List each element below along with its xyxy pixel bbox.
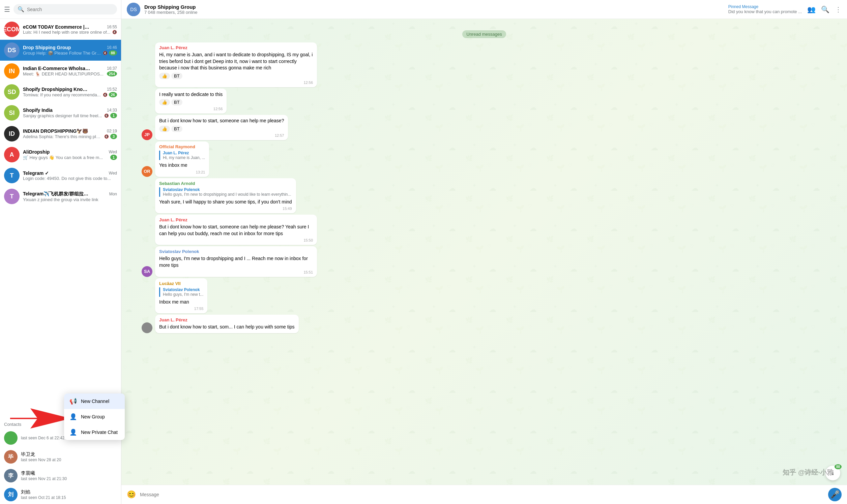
contact-status: last seen Oct 21 at 18:15 bbox=[21, 495, 66, 500]
message-text: Inbox me man bbox=[159, 299, 203, 306]
pinned-message[interactable]: Pinned Message Did you know that you can… bbox=[728, 4, 802, 14]
message-reply: Juan L. PérezHi, my name is Juan, ... bbox=[159, 150, 205, 160]
reaction[interactable]: 👍 bbox=[159, 73, 170, 79]
reply-sender-name: Sviatoslav Polenok bbox=[163, 287, 203, 292]
contact-item[interactable]: 刘刘焰last seen Oct 21 at 18:15 bbox=[0, 485, 121, 504]
chat-list-item[interactable]: AAliDropshipWed🛒 Hey guys 👋 You can book… bbox=[0, 144, 121, 165]
chat-list-item[interactable]: SIShopify India14:33Sanjay graphics desi… bbox=[0, 103, 121, 123]
reply-sender-name: Juan L. Pérez bbox=[163, 150, 205, 155]
contact-avatar bbox=[4, 431, 18, 445]
chat-list-item[interactable]: ECOMeCOM TODAY Ecommerce | ENG C...16:55… bbox=[0, 19, 121, 40]
menu-icon[interactable]: ☰ bbox=[4, 5, 10, 14]
chat-name: INDIAN DROPSHIPPING🦅🐻 bbox=[23, 128, 88, 134]
message-bubble: I really want to dedicate to this👍BT12:5… bbox=[155, 89, 227, 114]
mic-button[interactable]: 🎤 bbox=[828, 488, 842, 501]
message-text: I really want to dedicate to this bbox=[159, 91, 223, 98]
reaction[interactable]: BT bbox=[171, 99, 183, 105]
message-bubble: Juan L. PérezBut i dont know how to star… bbox=[155, 315, 299, 333]
contact-info: last seen Dec 6 at 22:42 bbox=[21, 436, 64, 440]
chat-name: Drop Shipping Group bbox=[23, 45, 71, 50]
context-menu-item-new-group[interactable]: 👤New Group bbox=[64, 409, 125, 425]
chat-name: Shopify India bbox=[23, 107, 53, 113]
reaction[interactable]: BT bbox=[171, 73, 183, 79]
message-reply: Sviatoslav PolenokHello guys, I'm new to… bbox=[159, 187, 292, 197]
chat-info: Shopify Dropshipping Knowledge ...15:52T… bbox=[23, 87, 117, 97]
chat-list-item[interactable]: TTelegram✈️飞机群发/群组拉人/群...MonYixuan z joi… bbox=[0, 186, 121, 207]
context-menu-item-new-channel[interactable]: 📢New Channel bbox=[64, 394, 125, 409]
mute-icon: 🔇 bbox=[103, 51, 107, 55]
chat-info: eCOM TODAY Ecommerce | ENG C...16:55Luis… bbox=[23, 24, 117, 35]
search-input[interactable] bbox=[27, 7, 113, 12]
message-group: I really want to dedicate to this👍BT12:5… bbox=[142, 89, 827, 114]
message-text: But i dont know how to start, someone ca… bbox=[159, 118, 284, 124]
chat-list-item[interactable]: DSDrop Shipping Group16:46Group Help: 📦 … bbox=[0, 40, 121, 61]
reaction[interactable]: 👍 bbox=[159, 126, 170, 132]
message-time: 12:56 bbox=[159, 80, 313, 85]
chat-name: Shopify Dropshipping Knowledge ... bbox=[23, 87, 90, 92]
header-actions: Pinned Message Did you know that you can… bbox=[728, 4, 842, 14]
contact-info: 毕卫龙last seen Nov 28 at 20 bbox=[21, 451, 61, 462]
message-sender: Sebastian Arnold bbox=[159, 181, 292, 186]
message-time: 15:49 bbox=[159, 206, 292, 211]
members-icon[interactable]: 👥 bbox=[807, 5, 816, 14]
contact-item[interactable]: 李李晨曦last seen Nov 21 at 21:30 bbox=[0, 466, 121, 485]
chat-list-item[interactable]: TTelegram ✓WedLogin code: 49450. Do not … bbox=[0, 165, 121, 186]
contact-name: 李晨曦 bbox=[21, 470, 67, 476]
chat-avatar: SD bbox=[4, 84, 20, 100]
reaction[interactable]: 👍 bbox=[159, 99, 170, 105]
contact-status: last seen Nov 28 at 20 bbox=[21, 457, 61, 462]
emoji-button[interactable]: 😊 bbox=[127, 490, 136, 499]
chat-list-item[interactable]: INIndian E-Commerce Wholsaler B2...16:37… bbox=[0, 61, 121, 82]
chat-avatar: DS bbox=[127, 3, 140, 16]
chat-time: 16:46 bbox=[107, 45, 117, 50]
chat-preview: Sanjay graphics designer full time freel… bbox=[23, 113, 117, 118]
chat-name: Indian E-Commerce Wholsaler B2... bbox=[23, 66, 90, 71]
message-text: But i dont know how to start, someone ca… bbox=[159, 224, 313, 237]
chat-name: AliDropship bbox=[23, 149, 50, 155]
contact-status: last seen Dec 6 at 22:42 bbox=[21, 436, 64, 440]
search-chat-icon[interactable]: 🔍 bbox=[821, 5, 829, 14]
message-bubble: Juan L. PérezHi, my name is Juan, and i … bbox=[155, 42, 317, 87]
message-sender: Juan L. Pérez bbox=[159, 317, 295, 322]
message-group: SASviatoslav PolenokHello guys, I'm new … bbox=[142, 246, 827, 276]
chat-input-bar: 😊 🎤 bbox=[121, 485, 847, 504]
context-menu: 📢New Channel👤New Group👤New Private Chat bbox=[64, 394, 125, 440]
message-sender: Lucãaz VII bbox=[159, 281, 203, 286]
contact-name: 毕卫龙 bbox=[21, 451, 61, 457]
chat-info: Indian E-Commerce Wholsaler B2...16:37Me… bbox=[23, 66, 117, 76]
chat-avatar: T bbox=[4, 189, 20, 204]
chat-list-item[interactable]: SDShopify Dropshipping Knowledge ...15:5… bbox=[0, 82, 121, 103]
chat-time: 02:19 bbox=[107, 129, 117, 133]
message-sender: Sviatoslav Polenok bbox=[159, 249, 313, 254]
context-menu-icon: 👤 bbox=[69, 413, 77, 420]
message-sender: Juan L. Pérez bbox=[159, 45, 313, 50]
chat-list: ECOMeCOM TODAY Ecommerce | ENG C...16:55… bbox=[0, 19, 121, 418]
message-text: Yes inbox me bbox=[159, 162, 205, 169]
chat-list-item[interactable]: IDINDIAN DROPSHIPPING🦅🐻02:19Adelina Soph… bbox=[0, 123, 121, 144]
message-sender: Juan L. Pérez bbox=[159, 217, 313, 222]
chat-time: Mon bbox=[109, 192, 117, 196]
context-menu-item-new-private-chat[interactable]: 👤New Private Chat bbox=[64, 425, 125, 440]
contact-item[interactable]: 毕毕卫龙last seen Nov 28 at 20 bbox=[0, 447, 121, 466]
scroll-down-icon: ↓ bbox=[831, 470, 834, 476]
message-bubble: Sebastian ArnoldSviatoslav PolenokHello … bbox=[155, 178, 296, 214]
message-sender: Official Raymond bbox=[159, 144, 205, 149]
message-text: Hi, my name is Juan, and i want to dedic… bbox=[159, 52, 313, 71]
chat-info: Drop Shipping Group16:46Group Help: 📦 Pl… bbox=[23, 45, 117, 56]
message-reply: Sviatoslav PolenokHello guys, I'm new t.… bbox=[159, 287, 203, 297]
reaction[interactable]: BT bbox=[171, 126, 183, 132]
chat-avatar: T bbox=[4, 168, 20, 183]
unread-count-badge: 88 bbox=[834, 464, 842, 469]
contact-avatar: 毕 bbox=[4, 450, 18, 464]
message-bubble: Juan L. PérezBut i dont know how to star… bbox=[155, 215, 317, 245]
chat-preview-text: Luis: Hi I need help with one store onli… bbox=[23, 30, 111, 35]
search-bar[interactable]: 🔍 bbox=[14, 4, 117, 15]
message-input[interactable] bbox=[140, 489, 824, 500]
more-options-icon[interactable]: ⋮ bbox=[835, 5, 842, 14]
message-group: JPBut i dont know how to start, someone … bbox=[142, 115, 827, 140]
chat-preview-text: Group Help: 📦 Please Follow The Gro... bbox=[23, 51, 102, 56]
scroll-to-bottom-button[interactable]: ↓ 88 bbox=[826, 466, 840, 481]
unread-badge: 1 bbox=[110, 113, 117, 118]
unread-badge: 26 bbox=[109, 92, 117, 97]
context-menu-icon: 📢 bbox=[69, 398, 77, 405]
